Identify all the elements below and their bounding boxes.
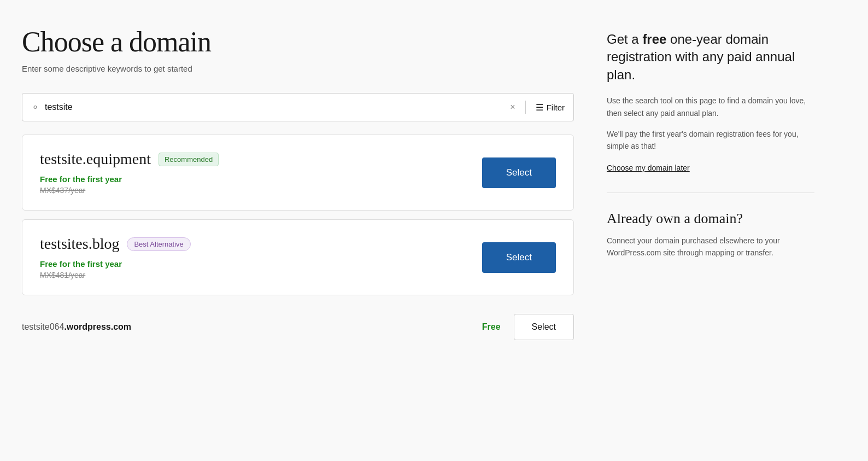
free-price-label: Free [482,322,501,332]
price-original-0: MX$437/year [40,186,482,195]
filter-label: Filter [547,103,565,112]
domain-name-1: testsites.blog [40,235,119,253]
free-domain-name: testsite064.wordpress.com [22,322,131,332]
search-divider [525,101,526,114]
badge-alternative-1: Best Alternative [127,237,190,251]
free-domain-prefix: testsite064 [22,322,64,331]
domain-name-row-0: testsite.equipment Recommended [40,150,482,168]
free-domain-row: testsite064.wordpress.com Free Select [22,304,574,340]
page-subtitle: Enter some descriptive keywords to get s… [22,64,574,73]
select-button-1[interactable]: Select [482,242,556,273]
promo-title-bold: free [642,32,666,46]
domain-card-info-0: testsite.equipment Recommended Free for … [40,150,482,195]
free-domain-suffix: .wordpress.com [64,322,131,331]
promo-desc-2: We'll pay the first year's domain regist… [607,128,814,153]
domain-card-0: testsite.equipment Recommended Free for … [22,135,574,211]
badge-recommended-0: Recommended [159,153,219,166]
search-bar: ⚬ × ☰ Filter [22,93,574,121]
main-content: Choose a domain Enter some descriptive k… [22,26,574,340]
already-own-desc: Connect your domain purchased elsewhere … [607,235,814,259]
promo-title-start: Get a [607,32,642,46]
select-button-free[interactable]: Select [514,314,574,340]
page-title: Choose a domain [22,26,574,57]
sidebar-divider [607,192,814,193]
select-button-0[interactable]: Select [482,157,556,188]
price-original-1: MX$481/year [40,271,482,279]
sidebar-promo: Get a free one-year domain registration … [607,31,814,173]
clear-icon[interactable]: × [510,102,515,112]
domain-name-0: testsite.equipment [40,150,151,168]
domain-name-row-1: testsites.blog Best Alternative [40,235,482,253]
domain-card-info-1: testsites.blog Best Alternative Free for… [40,235,482,279]
search-input[interactable] [45,102,505,112]
search-icon: ⚬ [31,101,39,113]
price-free-0: Free for the first year [40,174,482,184]
sidebar-already: Already own a domain? Connect your domai… [607,211,814,259]
domain-card-1: testsites.blog Best Alternative Free for… [22,219,574,295]
promo-title: Get a free one-year domain registration … [607,31,814,84]
filter-button[interactable]: ☰ Filter [536,102,565,113]
choose-later-link[interactable]: Choose my domain later [607,164,690,172]
already-own-title: Already own a domain? [607,211,814,227]
price-free-1: Free for the first year [40,259,482,269]
filter-icon: ☰ [536,102,543,113]
promo-desc-1: Use the search tool on this page to find… [607,95,814,119]
sidebar: Get a free one-year domain registration … [607,26,814,340]
